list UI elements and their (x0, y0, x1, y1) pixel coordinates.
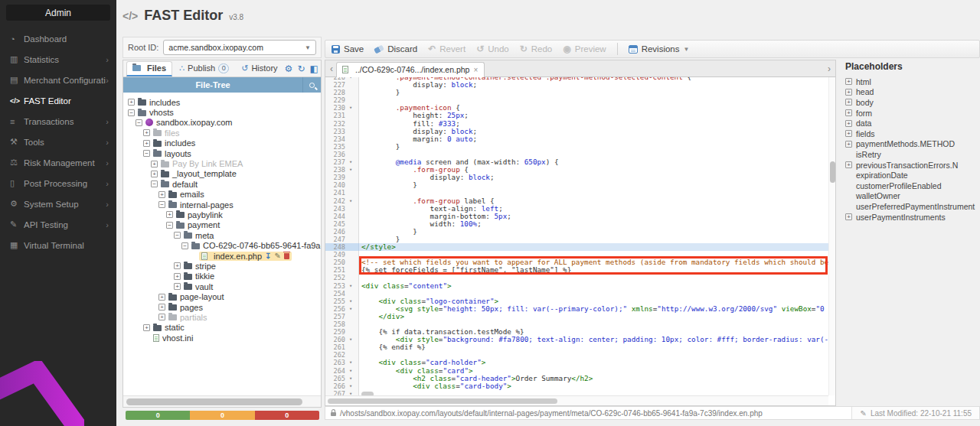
root-id-select[interactable]: acme.sandbox.ixopay.com ▼ (163, 40, 316, 55)
fold-arrow-icon[interactable]: ▾ (345, 197, 356, 205)
tree-item--layout-template[interactable]: +_layout_template (128, 169, 321, 179)
collapse-icon[interactable]: − (174, 232, 181, 239)
collapse-icon[interactable]: − (181, 242, 188, 249)
code-line-249[interactable]: 249 (325, 251, 828, 259)
tab-history[interactable]: ↺History (236, 62, 283, 76)
admin-button[interactable]: Admin (6, 5, 110, 21)
discard-button[interactable]: Discard (374, 44, 417, 54)
editor-vscrollbar[interactable] (828, 77, 835, 395)
code-line-250[interactable]: 250<!-- set which fields you want to app… (325, 259, 828, 266)
expand-icon[interactable]: + (143, 324, 150, 331)
code-line-263[interactable]: 263▾ <div class="card-holder"> (325, 359, 828, 366)
code-line-240[interactable]: 240 } (325, 181, 828, 189)
code-line-228[interactable]: 228 } (325, 89, 828, 96)
code-line-253[interactable]: 253▾<div class="content"> (325, 282, 828, 290)
placeholder-item-body[interactable]: +body (845, 97, 980, 108)
fold-arrow-icon[interactable]: ▾ (345, 367, 356, 375)
tree-item-sandbox-ixopay-com[interactable]: −sandbox.ixopay.com (128, 118, 321, 128)
tree-item-payment[interactable]: −payment (128, 220, 321, 230)
code-line-258[interactable]: 258 (325, 320, 828, 328)
tree-item-page-layout[interactable]: +page-layout (128, 291, 321, 301)
code-line-260[interactable]: 260▾ <div style="background: #fa7800; te… (325, 336, 828, 343)
fold-arrow-icon[interactable]: ▾ (345, 382, 356, 390)
code-line-238[interactable]: 238▾ .form-group { (325, 166, 828, 174)
scrollbar-thumb[interactable] (830, 161, 835, 183)
download-icon[interactable]: ↧ (265, 252, 271, 260)
fold-arrow-icon[interactable]: ▾ (345, 298, 356, 305)
tree-item-layouts[interactable]: −layouts (128, 148, 321, 158)
tree-item-meta[interactable]: −meta (128, 230, 321, 240)
gears-icon[interactable]: ⚙ (285, 63, 293, 74)
tree-item-vhost-ini[interactable]: vhost.ini (128, 333, 321, 343)
code-line-237[interactable]: 237▾ @media screen and (max-width: 650px… (325, 158, 828, 166)
tree-item-default[interactable]: −default (128, 179, 321, 189)
expand-icon[interactable]: + (128, 99, 135, 106)
expand-icon[interactable]: + (158, 304, 165, 311)
code-line-247[interactable]: 247 } (325, 236, 828, 243)
placeholder-item-walletowner[interactable]: walletOwner (845, 191, 980, 202)
collapse-icon[interactable]: − (143, 150, 150, 157)
tree-item-pages[interactable]: +pages (128, 302, 321, 312)
code-line-233[interactable]: 233 display: block; (325, 128, 828, 135)
code-line-255[interactable]: 255▾ <div class="logo-container"> (325, 298, 828, 305)
tab-files[interactable]: Files (126, 61, 172, 76)
collapse-icon[interactable]: − (128, 109, 135, 116)
tree-item-index-en-php[interactable]: index.en.php↧✎ (128, 251, 321, 261)
placeholder-item-expirationdate[interactable]: expirationDate (845, 170, 980, 180)
editor-hscrollbar[interactable] (325, 395, 828, 405)
fold-arrow-icon[interactable]: ▾ (345, 390, 356, 395)
edit-icon[interactable]: ✎ (274, 252, 280, 260)
code-line-266[interactable]: 266▾ <div class="card-body"> (325, 382, 828, 390)
tree-item-emails[interactable]: +emails (128, 190, 321, 200)
code-line-243[interactable]: 243 text-align: left; (325, 205, 828, 213)
code-line-229[interactable]: 229 (325, 96, 828, 104)
expand-icon[interactable]: + (845, 130, 852, 137)
tab-publish[interactable]: ∴Publish0 (174, 62, 234, 76)
code-line-231[interactable]: 231 height: 25px; (325, 112, 828, 119)
code-line-251[interactable]: 251{% set forceFields = ["firstName", "l… (325, 266, 828, 274)
code-line-230[interactable]: 230▾ .payment-icon { (325, 104, 828, 112)
placeholder-item-html[interactable]: +html (845, 76, 980, 87)
expand-icon[interactable]: + (151, 161, 158, 167)
code-line-252[interactable]: 252 (325, 274, 828, 281)
fold-arrow-icon[interactable]: ▾ (345, 282, 356, 290)
fold-arrow-icon[interactable]: ▾ (345, 336, 356, 343)
code-line-262[interactable]: 262 (325, 351, 828, 359)
code-line-235[interactable]: 235 } (325, 143, 828, 151)
expand-icon[interactable]: + (158, 314, 165, 320)
placeholder-item-previoustransactionerrors-n[interactable]: +previousTransactionErrors.N (845, 160, 980, 171)
sidebar-item-post-processing[interactable]: ▯Post Processing› (0, 173, 116, 193)
tree-item-includes[interactable]: +includes (128, 138, 321, 148)
code-line-261[interactable]: 261 {% endif %} (325, 343, 828, 351)
delete-icon[interactable] (284, 253, 289, 259)
code-line-267[interactable]: 267▾ (325, 390, 828, 395)
sidebar-item-tools[interactable]: ⚒Tools› (0, 132, 116, 152)
fold-arrow-icon[interactable]: ▾ (345, 166, 356, 174)
editor-tab[interactable]: ../CO-629c-0746.../index.en.php × (336, 62, 485, 77)
tree-item-pay-by-link-emea[interactable]: +Pay By Link EMEA (128, 158, 321, 168)
expand-icon[interactable]: + (845, 141, 852, 148)
tree-item-co-629c-0746-bb65-9641-fa9a-7c39[interactable]: −CO-629c-0746-bb65-9641-fa9a-7c39 (128, 240, 321, 250)
fold-arrow-icon[interactable]: ▾ (345, 375, 356, 382)
placeholder-item-customerprofileenabled[interactable]: customerProfileEnabled (845, 180, 980, 191)
tree-item-includes[interactable]: +includes (128, 97, 321, 107)
placeholder-item-head[interactable]: +head (845, 87, 980, 98)
code-line-264[interactable]: 264▾ <div class="card"> (325, 367, 828, 375)
sidebar-item-statistics[interactable]: ▥Statistics› (0, 49, 116, 70)
code-line-244[interactable]: 244 margin-bottom: 5px; (325, 213, 828, 220)
tree-item-vhosts[interactable]: −vhosts (128, 107, 321, 117)
sidebar-item-fast-editor[interactable]: </>FAST Editor (0, 90, 116, 111)
expand-icon[interactable]: + (845, 89, 852, 96)
expand-icon[interactable]: + (845, 161, 852, 168)
tree-item-paybylink[interactable]: +paybylink (128, 210, 321, 220)
scrollbar-thumb[interactable] (126, 398, 302, 405)
collapse-icon[interactable]: − (166, 222, 173, 229)
expand-icon[interactable]: + (174, 283, 181, 290)
placeholder-item-userpreferredpaymentinstrument[interactable]: userPreferredPaymentInstrument (845, 201, 980, 212)
tree-item-files[interactable]: +files (128, 128, 321, 138)
placeholder-item-data[interactable]: +data (845, 118, 980, 128)
scrollbar-thumb[interactable] (328, 398, 557, 404)
sidebar-item-system-setup[interactable]: ⚙System Setup› (0, 193, 116, 214)
placeholder-item-form[interactable]: +form (845, 108, 980, 119)
tree-item-partials[interactable]: +partials (128, 312, 321, 322)
